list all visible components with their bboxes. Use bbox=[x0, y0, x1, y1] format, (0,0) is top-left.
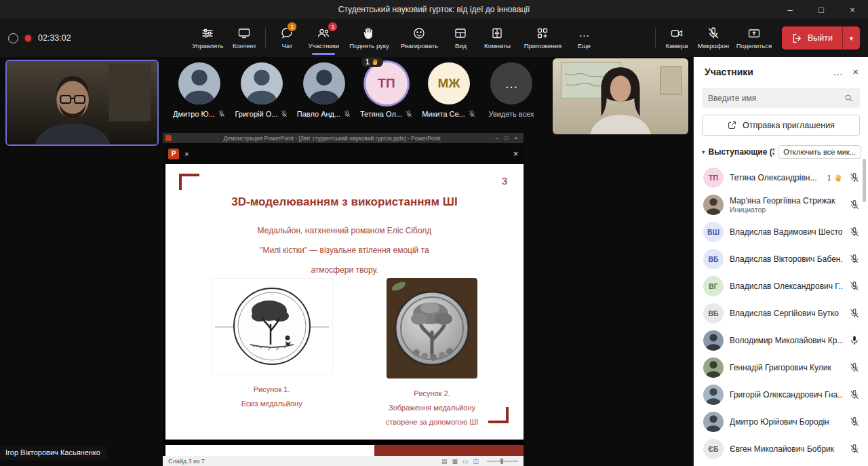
view-normal-icon[interactable]: ▤ bbox=[441, 458, 448, 465]
chat-button[interactable]: 1 Чат bbox=[271, 21, 302, 55]
figure-2-caption: Рисунок 2. Зображення медальйону створен… bbox=[386, 387, 479, 429]
raised-hand-badge: 1 bbox=[827, 174, 843, 182]
participants-button[interactable]: 1 Участники bbox=[304, 21, 343, 55]
search-input[interactable] bbox=[708, 94, 844, 103]
participant-row[interactable]: Геннадій Григорович Кулик bbox=[694, 354, 868, 381]
view-sorter-icon[interactable]: ▦ bbox=[452, 458, 458, 465]
mic-muted-icon bbox=[343, 110, 351, 118]
view-reading-icon[interactable]: ▭ bbox=[462, 458, 469, 465]
manage-button[interactable]: Управлять bbox=[188, 21, 227, 55]
close-icon[interactable]: × bbox=[837, 0, 868, 19]
view-slideshow-icon[interactable]: ◫ bbox=[473, 458, 479, 465]
slide-corner-decoration bbox=[488, 407, 509, 423]
participant-avatar-cell[interactable]: Дмитро Ю... bbox=[168, 62, 231, 118]
presentation-titlebar: Демонстрация PowerPoint - [Звіт студентс… bbox=[163, 133, 524, 143]
maximize-icon[interactable]: □ bbox=[806, 0, 837, 19]
panel-scrollbar[interactable] bbox=[863, 159, 866, 202]
mic-muted-icon bbox=[849, 227, 860, 237]
photo-avatar-icon bbox=[703, 357, 724, 378]
avatar-initials: ВШ bbox=[703, 222, 724, 242]
participant-row[interactable]: ТП Тетяна Олександрівн... 1 bbox=[694, 164, 868, 191]
share-screen-icon bbox=[747, 26, 761, 40]
participant-search[interactable] bbox=[702, 88, 860, 108]
share-invite-button[interactable]: Отправка приглашения bbox=[702, 115, 860, 136]
section-chevron-down-icon[interactable]: ▾ bbox=[702, 149, 705, 155]
see-everyone-cell[interactable]: … Увидеть всех bbox=[480, 62, 542, 118]
meeting-timer: 02:33:02 bbox=[38, 33, 71, 43]
react-button[interactable]: Реагировать bbox=[395, 21, 443, 55]
panel-more-icon[interactable]: … bbox=[833, 69, 843, 75]
powerpoint-icon: P bbox=[168, 149, 179, 159]
avatar-initials: ВБ bbox=[703, 303, 724, 324]
participant-row[interactable]: Дмитро Юрійович Бородін bbox=[694, 408, 868, 435]
toolbar-divider bbox=[265, 28, 266, 48]
participant-avatar-cell[interactable]: Григорій О... bbox=[231, 62, 293, 118]
participant-row[interactable]: Григорій Олександрович Гна... bbox=[694, 381, 868, 408]
leave-options-chevron-icon[interactable]: ▾ bbox=[842, 26, 860, 50]
camera-icon bbox=[670, 26, 684, 40]
avatar-initials: ТП bbox=[703, 168, 724, 188]
microphone-button[interactable]: Микрофон bbox=[694, 21, 733, 55]
mic-muted-icon bbox=[849, 308, 860, 319]
mic-muted-icon bbox=[468, 110, 476, 118]
next-slide-preview bbox=[165, 445, 524, 456]
minimize-icon[interactable]: – bbox=[774, 0, 806, 19]
mic-muted-icon bbox=[849, 444, 860, 454]
participant-row[interactable]: Мар'яна Георгіївна Стрижак Инициатор bbox=[694, 191, 868, 218]
meeting-info-icon[interactable] bbox=[8, 33, 18, 43]
mic-muted-icon bbox=[849, 362, 860, 373]
content-icon bbox=[237, 26, 251, 40]
participant-row[interactable]: ВБ Владислав Сергійович Бутко bbox=[694, 300, 868, 327]
video-tile-main-speaker[interactable] bbox=[5, 60, 159, 146]
participant-role: Инициатор bbox=[730, 206, 843, 214]
participant-row[interactable]: Володимир Миколайович Кр... bbox=[694, 327, 868, 354]
camera-button[interactable]: Камера bbox=[661, 21, 692, 55]
rooms-icon bbox=[490, 26, 504, 40]
participant-video-frame bbox=[553, 58, 688, 134]
presenters-section-label: Выступающие (30) bbox=[709, 147, 775, 157]
avatar-initials: ТП 1 bbox=[366, 62, 408, 104]
raise-hand-button[interactable]: Поднять руку bbox=[344, 21, 393, 55]
avatar-initials: ВГ bbox=[703, 276, 724, 296]
overflow-dots-icon: … bbox=[490, 62, 532, 104]
shared-presentation-window[interactable]: Демонстрация PowerPoint - [Звіт студентс… bbox=[163, 133, 524, 466]
raised-hands-badge: 1 bbox=[328, 22, 338, 32]
content-button[interactable]: Контент bbox=[229, 21, 260, 55]
share-invite-icon bbox=[727, 120, 737, 130]
photo-avatar-icon bbox=[241, 62, 283, 104]
layout-icon bbox=[454, 26, 467, 40]
window-title: Студентський науковий гурток: від ідеї д… bbox=[94, 5, 774, 14]
panel-close-icon[interactable]: × bbox=[852, 69, 859, 75]
mic-muted-icon bbox=[280, 110, 288, 118]
leave-button[interactable]: Выйти bbox=[782, 26, 842, 50]
share-button[interactable]: Поделиться bbox=[734, 21, 774, 55]
rooms-button[interactable]: Комнаты bbox=[477, 21, 517, 55]
emoji-icon bbox=[412, 26, 426, 40]
avatar bbox=[303, 62, 345, 104]
mute-all-button[interactable]: Отключить все мик... bbox=[778, 145, 861, 159]
participant-row[interactable]: ВБ Владислав Вікторович Бабен... bbox=[694, 246, 868, 273]
participant-avatar-cell[interactable]: МЖ Микита Се... bbox=[418, 62, 480, 118]
participant-row[interactable]: ВШ Владислав Вадимович Шесто... bbox=[694, 218, 868, 246]
zoom-slider[interactable] bbox=[487, 461, 518, 462]
photo-avatar-icon bbox=[703, 330, 724, 351]
participant-avatar-cell[interactable]: ТП 1 Тетяна Ол... bbox=[355, 62, 418, 118]
participant-row[interactable]: ЄБ Євген Миколайович Бобрик bbox=[694, 435, 868, 463]
apps-button[interactable]: Приложения bbox=[518, 21, 567, 55]
video-tile-participant[interactable] bbox=[553, 58, 688, 134]
participant-avatar-cell[interactable]: Павло Анд... bbox=[293, 62, 355, 118]
hand-icon bbox=[372, 58, 379, 66]
slide-title: 3D-моделюванням з використанням ШІ bbox=[165, 195, 524, 209]
panel-title: Участники bbox=[705, 66, 823, 77]
mic-muted-icon bbox=[218, 110, 226, 118]
more-button[interactable]: … Еще bbox=[568, 21, 599, 55]
photo-avatar-icon bbox=[303, 62, 345, 104]
photo-avatar-icon bbox=[703, 412, 724, 432]
avatar bbox=[178, 62, 220, 104]
leave-icon bbox=[791, 33, 803, 44]
presentation-statusbar: Слайд 3 из 7 ▤ ▦ ▭ ◫ bbox=[163, 456, 524, 466]
participant-row[interactable]: ВГ Владислав Олександрович Г... bbox=[694, 273, 868, 300]
avatar-initials: ВБ bbox=[703, 249, 724, 269]
photo-avatar-icon bbox=[178, 62, 220, 104]
view-button[interactable]: Вид bbox=[445, 21, 476, 55]
